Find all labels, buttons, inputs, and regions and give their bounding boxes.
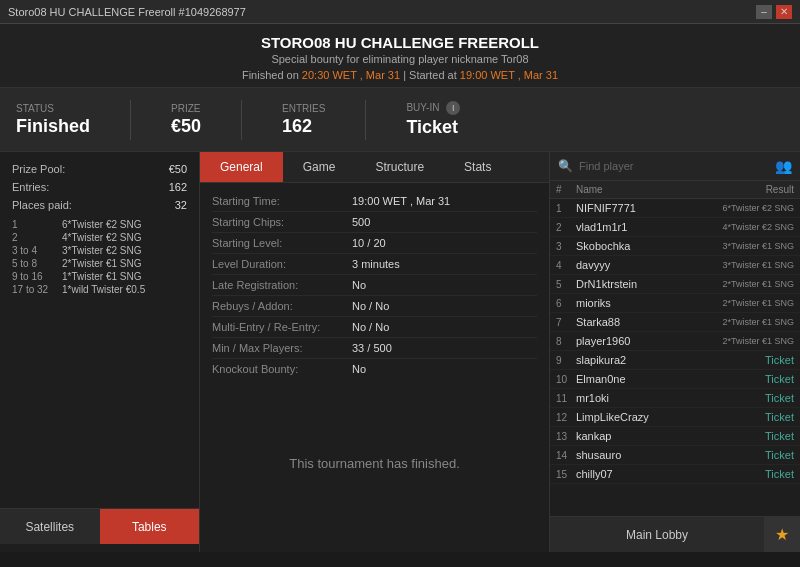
player-name: davyyy — [576, 259, 704, 271]
general-row: Knockout Bounty:No — [212, 359, 537, 376]
general-row: Multi-Entry / Re-Entry:No / No — [212, 317, 537, 338]
add-player-icon[interactable]: 👥 — [775, 158, 792, 174]
tournament-header: STORO08 HU CHALLENGE FREEROLL Special bo… — [0, 24, 800, 88]
tab-game[interactable]: Game — [283, 152, 356, 182]
started-time: 19:00 WET , Mar 31 — [460, 69, 558, 81]
player-table: 1 NIFNIF7771 6*Twister €2 SNG 2 vlad1m1r… — [550, 199, 800, 516]
entries-row: Entries: 162 — [0, 178, 199, 196]
right-bottom: Main Lobby ★ — [550, 516, 800, 552]
player-result: Ticket — [704, 449, 794, 461]
col-result-header: Result — [704, 184, 794, 195]
player-name: mioriks — [576, 297, 704, 309]
prize-label: Prize — [171, 103, 201, 114]
left-stats: Prize Pool: €50 Entries: 162 Places paid… — [0, 160, 199, 300]
prize-row: 9 to 161*Twister €1 SNG — [12, 270, 187, 283]
tournament-times: Finished on 20:30 WET , Mar 31 | Started… — [0, 69, 800, 81]
star-button[interactable]: ★ — [764, 517, 800, 552]
player-row[interactable]: 11 mr1oki Ticket — [550, 389, 800, 408]
player-name: slapikura2 — [576, 354, 704, 366]
player-rank: 8 — [556, 336, 576, 347]
player-name: vlad1m1r1 — [576, 221, 704, 233]
prize-row: 16*Twister €2 SNG — [12, 218, 187, 231]
prize-row: 3 to 43*Twister €2 SNG — [12, 244, 187, 257]
divider-1 — [130, 100, 131, 140]
main-lobby-button[interactable]: Main Lobby — [550, 517, 764, 552]
title-bar: Storo08 HU CHALLENGE Freeroll #104926897… — [0, 0, 800, 24]
player-row[interactable]: 1 NIFNIF7771 6*Twister €2 SNG — [550, 199, 800, 218]
player-row[interactable]: 10 Elman0ne Ticket — [550, 370, 800, 389]
player-result: 2*Twister €1 SNG — [704, 336, 794, 346]
prizepool-label: Prize Pool: — [12, 163, 65, 175]
prize-row: 17 to 321*wild Twister €0.5 — [12, 283, 187, 296]
right-panel: 🔍 👥 # Name Result 1 NIFNIF7771 6*Twister… — [550, 152, 800, 552]
buyin-value: Ticket — [406, 117, 460, 138]
entries-label-left: Entries: — [12, 181, 49, 193]
player-row[interactable]: 6 mioriks 2*Twister €1 SNG — [550, 294, 800, 313]
player-row[interactable]: 15 chilly07 Ticket — [550, 465, 800, 484]
col-hash-header: # — [556, 184, 576, 195]
divider-2 — [241, 100, 242, 140]
player-row[interactable]: 12 LimpLikeCrazy Ticket — [550, 408, 800, 427]
tab-stats[interactable]: Stats — [444, 152, 511, 182]
player-rank: 11 — [556, 393, 576, 404]
satellites-button[interactable]: Satellites — [0, 509, 100, 544]
player-result: 2*Twister €1 SNG — [704, 279, 794, 289]
middle-panel: GeneralGameStructureStats Starting Time:… — [200, 152, 550, 552]
player-row[interactable]: 2 vlad1m1r1 4*Twister €2 SNG — [550, 218, 800, 237]
tabs: GeneralGameStructureStats — [200, 152, 549, 183]
player-name: Skobochka — [576, 240, 704, 252]
tab-general[interactable]: General — [200, 152, 283, 182]
player-name: player1960 — [576, 335, 704, 347]
player-row[interactable]: 7 Starka88 2*Twister €1 SNG — [550, 313, 800, 332]
general-row: Min / Max Players:33 / 500 — [212, 338, 537, 359]
general-row: Starting Chips:500 — [212, 212, 537, 233]
status-label: Status — [16, 103, 90, 114]
player-row[interactable]: 14 shusauro Ticket — [550, 446, 800, 465]
places-paid-row: Places paid: 32 — [0, 196, 199, 214]
stat-buyin: Buy-in i Ticket — [406, 101, 460, 138]
close-button[interactable]: ✕ — [776, 5, 792, 19]
player-result: Ticket — [704, 430, 794, 442]
prizepool-row: Prize Pool: €50 — [0, 160, 199, 178]
player-row[interactable]: 9 slapikura2 Ticket — [550, 351, 800, 370]
player-rank: 14 — [556, 450, 576, 461]
tab-structure[interactable]: Structure — [355, 152, 444, 182]
player-result: Ticket — [704, 392, 794, 404]
player-rank: 2 — [556, 222, 576, 233]
info-icon[interactable]: i — [446, 101, 460, 115]
player-name: Elman0ne — [576, 373, 704, 385]
buyin-label: Buy-in i — [406, 101, 460, 115]
search-bar: 🔍 👥 — [550, 152, 800, 181]
places-paid-label: Places paid: — [12, 199, 72, 211]
tables-button[interactable]: Tables — [100, 509, 200, 544]
player-rank: 1 — [556, 203, 576, 214]
player-rank: 9 — [556, 355, 576, 366]
player-row[interactable]: 4 davyyy 3*Twister €1 SNG — [550, 256, 800, 275]
player-result: 2*Twister €1 SNG — [704, 317, 794, 327]
player-result: Ticket — [704, 468, 794, 480]
player-row[interactable]: 8 player1960 2*Twister €1 SNG — [550, 332, 800, 351]
player-rank: 15 — [556, 469, 576, 480]
player-name: NIFNIF7771 — [576, 202, 704, 214]
player-row[interactable]: 13 kankap Ticket — [550, 427, 800, 446]
player-row[interactable]: 3 Skobochka 3*Twister €1 SNG — [550, 237, 800, 256]
entries-value-left: 162 — [169, 181, 187, 193]
prize-table: 16*Twister €2 SNG24*Twister €2 SNG3 to 4… — [0, 214, 199, 300]
window-controls: – ✕ — [756, 5, 792, 19]
general-row: Level Duration:3 minutes — [212, 254, 537, 275]
player-row[interactable]: 5 DrN1ktrstein 2*Twister €1 SNG — [550, 275, 800, 294]
bottom-buttons: Satellites Tables — [0, 508, 199, 544]
search-icon: 🔍 — [558, 159, 573, 173]
general-content: Starting Time:19:00 WET , Mar 31Starting… — [200, 183, 549, 376]
player-rank: 4 — [556, 260, 576, 271]
player-name: chilly07 — [576, 468, 704, 480]
col-name-header: Name — [576, 184, 704, 195]
player-name: mr1oki — [576, 392, 704, 404]
player-result: Ticket — [704, 373, 794, 385]
minimize-button[interactable]: – — [756, 5, 772, 19]
window-title: Storo08 HU CHALLENGE Freeroll #104926897… — [8, 6, 246, 18]
player-result: 4*Twister €2 SNG — [704, 222, 794, 232]
search-input[interactable] — [579, 160, 769, 172]
player-rank: 12 — [556, 412, 576, 423]
status-value: Finished — [16, 116, 90, 137]
